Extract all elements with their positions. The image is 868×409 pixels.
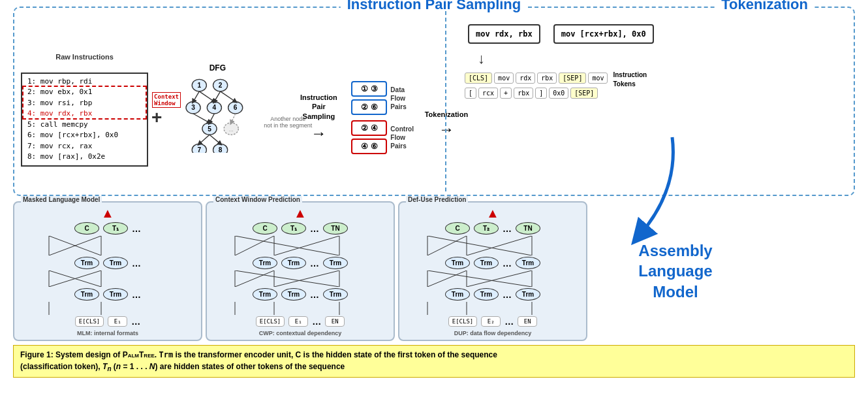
cwp-dots-top: … (310, 223, 319, 234)
svg-line-20 (215, 91, 221, 101)
svg-line-23 (209, 114, 214, 123)
raw-line-7: 7: mov rcx, rax (27, 141, 142, 152)
dup-dots-bot: … (504, 316, 514, 327)
control-flow-group: ② ④ ④ ⑥ ControlFlowPairs (351, 120, 414, 154)
dup-embed-2: E₂ (481, 316, 501, 327)
dup-embed-cls: E[CLS] (448, 316, 478, 327)
dup-trm2c: Trm (516, 288, 540, 301)
token-rbracket: ] (535, 88, 547, 99)
data-flow-group: ① ③ ② ⑥ DataFlowPairs (351, 81, 414, 115)
tokenization-title: Tokenization (715, 0, 814, 13)
token-cls: [CLS] (465, 73, 492, 84)
another-node-label: Another nodenot in the segment (264, 116, 312, 129)
mlm-node-t1: T₁ (103, 222, 128, 235)
token-rcx: rcx (478, 88, 498, 99)
svg-line-55 (467, 236, 532, 255)
caption-line2: (classification token), Tn (n = 1 . . . … (20, 362, 345, 371)
tokens-line-2: [ rcx + rbx ] 0x0 [SEP] (465, 88, 608, 99)
svg-line-19 (200, 91, 215, 101)
data-pair-boxes: ① ③ ② ⑥ (351, 81, 387, 115)
svg-text:7: 7 (198, 146, 202, 153)
svg-line-24 (232, 114, 236, 123)
token-lbracket: [ (465, 88, 476, 99)
mlm-dots-top: … (132, 223, 141, 234)
svg-line-48 (235, 270, 339, 287)
raw-line-2: 2: mov ebx, 0x1 (27, 87, 142, 98)
raw-instructions-box: 1: mov rbp, rdi 2: mov ebx, 0x1 3: mov r… (21, 73, 148, 167)
dup-node-t2: T₂ (474, 222, 499, 235)
token-sep1: [SEP] (559, 73, 586, 84)
dup-caption: DUP: data flow dependency (454, 330, 532, 336)
svg-line-63 (427, 270, 532, 287)
svg-text:6: 6 (234, 104, 238, 111)
dup-mid2-nodes: Trm Trm … Trm (445, 288, 540, 301)
token-rdx: rdx (516, 73, 535, 84)
mlm-trm1a: Trm (74, 257, 99, 269)
cwp-embed-1: E₁ (288, 316, 308, 327)
dfg-title: DFG (209, 63, 226, 73)
bottom-section: Masked Language Model ▲ C T₁ … (13, 201, 855, 341)
caption-prefix: Figure 1: System design of PalmTree. Trm… (20, 350, 497, 359)
svg-line-38 (235, 236, 274, 255)
control-pair-boxes: ② ④ ④ ⑥ (351, 120, 387, 154)
plus-sign: + (151, 107, 162, 128)
mlm-dots-m2: … (132, 289, 141, 300)
mlm-trm2a: Trm (74, 288, 99, 301)
token-box-2: mov [rcx+rbx], 0x0 (553, 24, 654, 44)
svg-line-21 (221, 91, 236, 101)
token-mov1: mov (494, 73, 514, 84)
instruction-tokens-label: InstructionTokens (613, 71, 647, 89)
svg-line-59 (427, 270, 467, 287)
dup-node-c: C (445, 222, 470, 235)
dup-trm2b: Trm (474, 288, 499, 301)
context-window-label: ContextWindow (152, 92, 181, 108)
dup-trm1c: Trm (516, 257, 540, 269)
cwp-embed-cls: E[CLS] (256, 316, 285, 327)
mlm-lines-3 (23, 302, 193, 315)
pair-box-4: ④ ⑥ (351, 139, 387, 154)
raw-line-5: 5: call memcpy (27, 120, 142, 131)
data-flow-label: DataFlowPairs (390, 86, 406, 111)
instr-tokens-rows: [CLS] mov rdx rbx [SEP] mov [ rcx + rbx … (465, 71, 608, 101)
raw-line-6: 6: mov [rcx+rbx], 0x0 (27, 130, 142, 141)
svg-line-26 (209, 135, 221, 144)
top-section: Instruction Pair Sampling Tokenization R… (13, 7, 855, 196)
cwp-box: Context Window Prediction ▲ C T₁ … TN (206, 201, 395, 341)
dfg-svg: 1 2 3 4 6 5 ... 7 (181, 74, 253, 153)
svg-text:...: ... (229, 125, 234, 132)
dup-trm1b: Trm (474, 257, 499, 269)
dup-up-arrow: ▲ (486, 206, 499, 221)
cwp-node-c: C (253, 222, 277, 235)
svg-text:5: 5 (208, 125, 212, 132)
cwp-mid2-nodes: Trm Trm … Trm (253, 288, 348, 301)
cwp-top-nodes: C T₁ … TN (253, 222, 348, 235)
main-container: Instruction Pair Sampling Tokenization R… (0, 0, 868, 409)
cwp-trm1b: Trm (281, 257, 306, 269)
cwp-lines-1 (215, 236, 385, 255)
mlm-mid1-nodes: Trm Trm … (74, 257, 141, 269)
cwp-trm1a: Trm (253, 257, 277, 269)
svg-text:4: 4 (213, 104, 217, 111)
cwp-trm1c: Trm (323, 257, 348, 269)
svg-text:2: 2 (219, 82, 223, 89)
raw-line-1: 1: mov rbp, rdi (27, 76, 142, 88)
cwp-trm2c: Trm (323, 288, 348, 301)
cwp-bot-nodes: E[CLS] E₁ … EN (256, 316, 345, 327)
instr-tokens-area: [CLS] mov rdx rbx [SEP] mov [ rcx + rbx … (465, 67, 847, 101)
svg-line-22 (193, 114, 209, 123)
svg-line-57 (427, 236, 532, 255)
dup-dots-m1: … (503, 258, 512, 269)
raw-line-8: 8: mov [rax], 0x2e (27, 152, 142, 163)
cwp-lines-2 (215, 270, 385, 287)
svg-text:8: 8 (219, 146, 223, 153)
svg-text:1: 1 (198, 82, 202, 89)
svg-line-18 (193, 91, 199, 101)
dup-lines-2 (408, 270, 578, 287)
raw-instructions-wrapper: Raw Instructions 1: mov rbp, rdi 2: mov … (21, 63, 148, 167)
mlm-caption: MLM: internal formats (77, 330, 138, 336)
cwp-embed-n: EN (325, 316, 345, 327)
mlm-title: Masked Language Model (21, 196, 102, 203)
dup-trm1a: Trm (445, 257, 470, 269)
vertical-divider (445, 11, 446, 191)
mlm-lines-1 (23, 236, 193, 255)
